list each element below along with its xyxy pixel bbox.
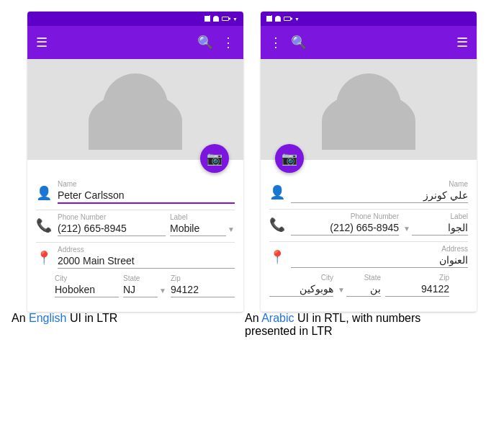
rtl-zip-value[interactable]: 94122 (385, 283, 449, 297)
divider-2 (36, 242, 235, 243)
label-dropdown-arrow: ▼ (228, 225, 235, 233)
city-state-zip-row: City Hoboken State NJ ▼ Zip 94122 (36, 274, 235, 297)
name-label: Name (58, 180, 235, 188)
ltr-caption-text: An English UI in LTR (12, 312, 117, 324)
more-icon[interactable]: ⋮ (222, 36, 235, 49)
rtl-city-value[interactable]: هوبوكين (269, 283, 333, 297)
rtl-city-state-zip-fields: City هوبوكين State ▼ بن Zip 94122 (269, 274, 449, 297)
name-row: 👤 Name Peter Carlsson (36, 180, 235, 204)
ltr-avatar-area: 📷 (27, 59, 243, 160)
rtl-label-dropdown-arrow: ▼ (403, 225, 410, 233)
menu-icon[interactable]: ☰ (36, 36, 48, 49)
rtl-form-area: 👤 Name علي كونرز 📞 Phone Number (212) 66… (261, 160, 477, 311)
rtl-label-label: Label (403, 212, 468, 220)
divider-1 (36, 210, 235, 210)
zip-value[interactable]: 94122 (171, 284, 235, 297)
ltr-phone: ▼ ☰ 🔍 ⋮ 📷 👤 Name Pete (27, 12, 243, 312)
rtl-address-label: Address (291, 245, 468, 253)
rtl-divider-2 (269, 241, 468, 242)
rtl-address-row: 📍 Address العنوان (269, 245, 468, 268)
rtl-toolbar-right-icons: ☰ (456, 36, 468, 49)
phone-fields: Phone Number (212) 665-8945 Label Mobile… (58, 213, 235, 236)
rtl-city-state-zip-row: City هوبوكين State ▼ بن Zip 94122 (269, 274, 468, 297)
rtl-label-value: الجوا (412, 222, 468, 236)
rtl-label-select[interactable]: ▼ الجوا (403, 222, 468, 236)
rtl-search-icon[interactable]: 🔍 (291, 36, 307, 49)
phone-value[interactable]: (212) 665-8945 (58, 223, 166, 236)
state-value: NJ (123, 284, 158, 297)
label-select[interactable]: Mobile ▼ (170, 223, 235, 236)
rtl-name-value[interactable]: علي كونرز (291, 189, 468, 203)
phone-icon: 📞 (36, 218, 52, 233)
camera-fab-ltr[interactable]: 📷 (200, 144, 229, 173)
wifi-icon (213, 16, 219, 22)
location-icon: 📍 (36, 250, 52, 266)
city-field-group: City Hoboken (55, 274, 119, 297)
toolbar-left-icons: ☰ (36, 36, 48, 49)
rtl-name-fields: Name علي كونرز (291, 180, 468, 203)
zip-field-group: Zip 94122 (171, 274, 235, 297)
rtl-state-dropdown-arrow: ▼ (338, 286, 345, 294)
rtl-signal-triangle-icon: ▼ (294, 17, 300, 22)
rtl-name-label: Name (291, 180, 468, 188)
rtl-state-select[interactable]: ▼ بن (338, 283, 381, 297)
phone-field-group: Phone Number (212) 665-8945 (58, 213, 166, 236)
rtl-state-field-group: State ▼ بن (338, 274, 381, 297)
rtl-zip-label: Zip (385, 274, 449, 282)
ltr-status-bar: ▼ (27, 12, 243, 26)
avatar-person (103, 73, 168, 138)
name-fields: Name Peter Carlsson (58, 180, 235, 204)
signal-triangle-icon: ▼ (233, 17, 238, 22)
rtl-menu-icon[interactable]: ☰ (456, 36, 468, 49)
rtl-wifi-icon (275, 16, 281, 22)
rtl-phone-fields: Phone Number (212) 665-8945 Label ▼ الجو… (291, 212, 468, 236)
address-label: Address (58, 246, 235, 254)
name-value[interactable]: Peter Carlsson (58, 189, 235, 204)
rtl-phone-row: 📞 Phone Number (212) 665-8945 Label ▼ ال… (269, 212, 468, 236)
rtl-person-icon: 👤 (269, 184, 285, 200)
rtl-name-row: 👤 Name علي كونرز (269, 180, 468, 203)
captions-row: An English UI in LTR An Arabic UI in RTL… (12, 312, 492, 338)
rtl-state-label: State (338, 274, 381, 282)
rtl-address-field-group: Address العنوان (291, 245, 468, 268)
state-label: State (123, 274, 166, 282)
rtl-avatar-area: 📷 (261, 59, 477, 160)
rtl-address-fields: Address العنوان (291, 245, 468, 268)
address-value[interactable]: 2000 Main Street (58, 255, 235, 269)
label-field-group: Label Mobile ▼ (170, 213, 235, 236)
camera-fab-rtl[interactable]: 📷 (275, 144, 304, 173)
rtl-location-icon: 📍 (269, 249, 285, 265)
rtl-caption: An Arabic UI in RTL, with numbers presen… (245, 312, 461, 338)
rtl-signal-icon (266, 16, 272, 22)
city-state-zip-fields: City Hoboken State NJ ▼ Zip 94122 (55, 274, 235, 297)
state-dropdown-arrow: ▼ (159, 287, 166, 295)
rtl-toolbar-left-icons: ⋮ 🔍 (269, 36, 307, 49)
city-label: City (55, 274, 119, 282)
ltr-toolbar: ☰ 🔍 ⋮ (27, 26, 243, 59)
toolbar-right-icons: 🔍 ⋮ (197, 36, 235, 49)
rtl-more-icon[interactable]: ⋮ (269, 36, 282, 49)
rtl-caption-highlight: Arabic (261, 312, 294, 324)
ltr-caption: An English UI in LTR (12, 312, 228, 338)
rtl-city-field-group: City هوبوكين (269, 274, 333, 297)
name-field-group: Name Peter Carlsson (58, 180, 235, 204)
address-fields: Address 2000 Main Street (58, 246, 235, 269)
rtl-label-field-group: Label ▼ الجوا (403, 212, 468, 236)
address-field-group: Address 2000 Main Street (58, 246, 235, 269)
rtl-phone-value[interactable]: (212) 665-8945 (291, 222, 399, 236)
rtl-status-bar: ▼ (261, 12, 477, 26)
state-select[interactable]: NJ ▼ (123, 284, 166, 297)
search-icon[interactable]: 🔍 (197, 36, 213, 49)
rtl-phone-field-group: Phone Number (212) 665-8945 (291, 212, 399, 236)
phone-row: 📞 Phone Number (212) 665-8945 Label Mobi… (36, 213, 235, 236)
rtl-state-value: بن (346, 283, 381, 297)
ltr-caption-highlight: English (29, 312, 66, 324)
ltr-form-area: 👤 Name Peter Carlsson 📞 Phone Number (21… (27, 160, 243, 312)
signal-icon (204, 16, 210, 22)
city-value[interactable]: Hoboken (55, 284, 119, 297)
rtl-city-label: City (269, 274, 333, 282)
rtl-address-value[interactable]: العنوان (291, 254, 468, 268)
phone-label: Phone Number (58, 213, 166, 221)
state-field-group: State NJ ▼ (123, 274, 166, 297)
rtl-toolbar: ☰ ⋮ 🔍 (261, 26, 477, 59)
